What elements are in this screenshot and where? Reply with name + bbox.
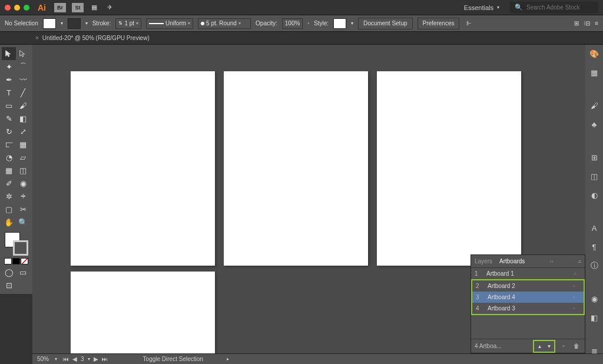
artboard-options-icon[interactable]: ▫ xyxy=(573,294,580,300)
move-down-button[interactable]: ▾ xyxy=(544,342,554,351)
arrange-docs-icon[interactable]: ▦ xyxy=(90,3,99,12)
preferences-button[interactable]: Preferences xyxy=(418,18,460,29)
move-up-button[interactable]: ▴ xyxy=(535,342,544,351)
artboard-options-icon[interactable]: ▫ xyxy=(573,305,580,312)
tab-artboards[interactable]: Artboards xyxy=(499,258,525,264)
screen-mode[interactable]: ▭ xyxy=(16,266,30,279)
artboard-3[interactable] xyxy=(377,71,521,266)
color-panel-icon[interactable]: 🎨 xyxy=(589,48,599,59)
graphic-styles-panel-icon[interactable]: ◧ xyxy=(589,312,599,323)
chevron-right-icon[interactable]: › xyxy=(307,21,309,26)
maximize-window[interactable] xyxy=(24,5,29,11)
first-artboard-button[interactable]: ⏮ xyxy=(63,356,69,362)
isolate-icon[interactable]: ⁝⊟ xyxy=(584,20,590,27)
artboard-row[interactable]: 1 Artboard 1 ▫ xyxy=(471,268,585,279)
zoom-tool[interactable]: 🔍 xyxy=(16,216,30,229)
paintbrush-tool[interactable]: 🖌 xyxy=(16,99,30,112)
line-tool[interactable]: ╱ xyxy=(16,86,30,99)
stroke-swatch[interactable] xyxy=(68,18,81,29)
scale-tool[interactable]: ⤢ xyxy=(16,125,30,138)
search-input[interactable] xyxy=(526,4,594,11)
free-transform-tool[interactable]: ▦ xyxy=(16,138,30,151)
chevron-down-icon[interactable]: ▾ xyxy=(85,21,88,26)
graph-tool[interactable]: ⫩ xyxy=(16,190,30,203)
artboard-1[interactable] xyxy=(71,71,215,266)
search-stock[interactable]: 🔍 xyxy=(510,2,598,13)
gradient-tool[interactable]: ◫ xyxy=(16,164,30,177)
artboard-options-icon[interactable]: ▫ xyxy=(574,270,581,277)
next-artboard-button[interactable]: ▶ xyxy=(94,356,98,362)
close-tab-icon[interactable]: × xyxy=(35,35,39,41)
lasso-tool[interactable]: ⌒ xyxy=(16,60,30,73)
collapse-panel-icon[interactable]: ›› xyxy=(550,259,554,264)
draw-mode[interactable]: ◯ xyxy=(2,266,16,279)
fill-stroke-control[interactable] xyxy=(5,232,28,256)
stroke-panel-icon[interactable]: ⊞ xyxy=(589,152,599,163)
panel-menu-icon[interactable]: ≡ xyxy=(578,259,581,264)
document-tab[interactable]: × Untitled-20* @ 50% (RGB/GPU Preview) xyxy=(35,35,150,41)
slice-tool[interactable]: ✂ xyxy=(16,203,30,216)
artboard-row[interactable]: 2 Artboard 2 ▫ xyxy=(472,280,584,292)
chevron-down-icon[interactable]: ▾ xyxy=(351,21,353,26)
symbols-panel-icon[interactable]: ♣ xyxy=(589,119,599,130)
tab-layers[interactable]: Layers xyxy=(475,258,492,264)
artboard-2[interactable] xyxy=(224,71,368,266)
align-icon[interactable]: ⊩ xyxy=(466,20,472,27)
selection-tool[interactable] xyxy=(2,47,16,60)
status-menu-icon[interactable]: ▸ xyxy=(227,356,229,362)
chevron-down-icon[interactable]: ▾ xyxy=(61,21,63,26)
opentype-panel-icon[interactable]: ⓘ xyxy=(589,260,599,271)
paragraph-panel-icon[interactable]: ¶ xyxy=(589,241,599,252)
screen-mode-toggle[interactable]: ⊡ xyxy=(2,279,16,292)
type-tool[interactable]: T xyxy=(2,86,16,99)
close-window[interactable] xyxy=(5,5,11,11)
stroke-weight-field[interactable]: ⇅ 1 pt ▾ xyxy=(115,18,141,29)
fill-swatch[interactable] xyxy=(43,18,56,29)
artboard-tool[interactable]: ▢ xyxy=(2,203,16,216)
color-mode-switches[interactable] xyxy=(2,257,31,266)
rectangle-tool[interactable]: ▭ xyxy=(2,99,16,112)
transparency-panel-icon[interactable]: ◐ xyxy=(589,190,599,200)
bridge-button[interactable]: Br xyxy=(54,3,66,12)
brushes-panel-icon[interactable]: 🖌 xyxy=(589,100,599,111)
transform-icon[interactable]: ⊞ xyxy=(574,20,579,27)
rotate-tool[interactable]: ↻ xyxy=(2,125,16,138)
style-swatch[interactable] xyxy=(333,18,346,29)
pen-tool[interactable]: ✒ xyxy=(2,73,16,86)
eraser-tool[interactable]: ◧ xyxy=(16,112,30,125)
chevron-down-icon[interactable]: ▾ xyxy=(88,356,90,362)
perspective-tool[interactable]: ▱ xyxy=(16,151,30,164)
shaper-tool[interactable]: ✎ xyxy=(2,112,16,125)
chevron-down-icon[interactable]: ▾ xyxy=(55,356,57,362)
artboard-4[interactable] xyxy=(71,272,215,353)
last-artboard-button[interactable]: ⏭ xyxy=(102,356,108,362)
curvature-tool[interactable]: 〰 xyxy=(16,73,30,86)
stock-button[interactable]: St xyxy=(72,3,84,12)
symbol-sprayer-tool[interactable]: ✲ xyxy=(2,190,16,203)
stroke-profile-dropdown[interactable]: Uniform ▾ xyxy=(146,18,193,29)
magic-wand-tool[interactable]: ✦ xyxy=(2,60,16,73)
panel-menu-icon[interactable]: ≡ xyxy=(595,20,598,27)
workspace-switcher[interactable]: Essentials ▾ xyxy=(459,3,504,12)
document-setup-button[interactable]: Document Setup xyxy=(358,18,413,29)
artboard-options-icon[interactable]: ▫ xyxy=(573,283,580,289)
hand-tool[interactable]: ✋ xyxy=(2,216,16,229)
width-tool[interactable]: ⫍ xyxy=(2,138,16,151)
character-panel-icon[interactable]: A xyxy=(589,223,599,233)
zoom-level[interactable]: 50% xyxy=(37,356,49,362)
artboard-row[interactable]: 4 Artboard 3 ▫ xyxy=(472,303,584,314)
eyedropper-tool[interactable]: ✐ xyxy=(2,177,16,190)
blend-tool[interactable]: ◉ xyxy=(16,177,30,190)
mesh-tool[interactable]: ▦ xyxy=(2,164,16,177)
shape-builder-tool[interactable]: ◔ xyxy=(2,151,16,164)
direct-selection-tool[interactable] xyxy=(16,47,30,60)
swatches-panel-icon[interactable]: ▦ xyxy=(589,67,599,78)
delete-artboard-button[interactable]: 🗑 xyxy=(572,342,581,351)
new-artboard-button[interactable]: ▫ xyxy=(559,342,568,351)
gradient-panel-icon[interactable]: ◫ xyxy=(589,171,599,181)
opacity-field[interactable]: 100% xyxy=(282,18,303,29)
brush-definition-dropdown[interactable]: 5 pt. Round ▾ xyxy=(198,18,251,29)
gpu-icon[interactable]: ✈ xyxy=(105,3,114,12)
current-artboard[interactable]: 3 xyxy=(81,356,84,362)
minimize-window[interactable] xyxy=(14,5,20,11)
